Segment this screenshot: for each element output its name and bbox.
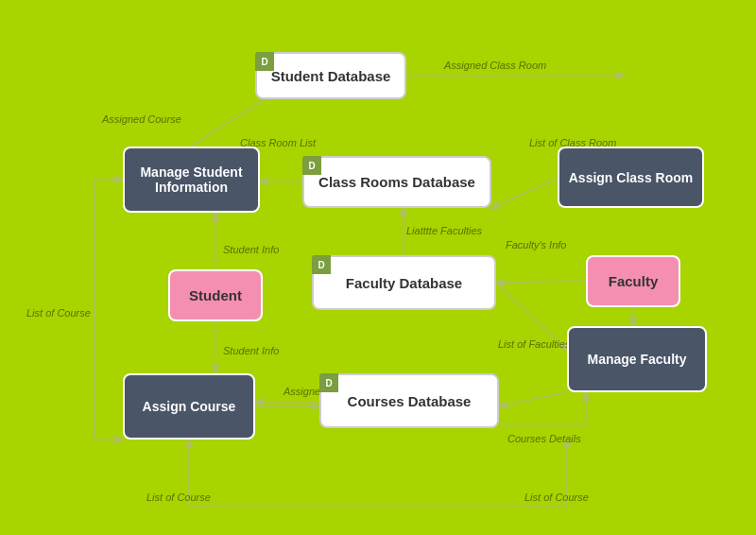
assign-course-node[interactable]: Assign Course bbox=[123, 373, 255, 440]
label-student-info-1: Student Info bbox=[223, 244, 279, 255]
label-faculty-info: Faculty's Info bbox=[506, 239, 566, 250]
label-list-of-course-bottom-right: List of Course bbox=[524, 492, 589, 503]
label-list-of-course-left: List of Course bbox=[26, 307, 91, 319]
label-list-of-faculties: List of Faculties bbox=[498, 338, 570, 350]
faculty-node[interactable]: Faculty bbox=[586, 255, 680, 307]
label-student-info-2: Student Info bbox=[223, 345, 279, 356]
courses-database-node: D Courses Database bbox=[319, 373, 499, 428]
label-list-of-course-bottom-left: List of Course bbox=[146, 492, 211, 503]
db-badge-4: D bbox=[319, 373, 338, 392]
classrooms-database-node: D Class Rooms Database bbox=[302, 156, 491, 208]
student-database-node: D Student Database bbox=[255, 52, 406, 99]
svg-line-7 bbox=[496, 281, 586, 283]
label-liatttte-faculties: Liatttte Faculties bbox=[406, 225, 482, 236]
db-badge-3: D bbox=[312, 255, 331, 274]
db-badge-2: D bbox=[302, 156, 321, 175]
label-assigned-class-room: Assigned Class Room bbox=[444, 60, 546, 71]
db-badge: D bbox=[255, 52, 274, 71]
faculty-database-node: D Faculty Database bbox=[312, 255, 496, 310]
label-assigned-course: Assigned Course bbox=[102, 113, 181, 125]
student-node[interactable]: Student bbox=[168, 269, 263, 321]
manage-faculty-node[interactable]: Manage Faculty bbox=[567, 326, 707, 392]
assign-class-room-node[interactable]: Assign Class Room bbox=[558, 147, 704, 208]
label-courses-details: Courses Details bbox=[507, 433, 581, 444]
manage-student-node[interactable]: Manage Student Information bbox=[123, 147, 260, 213]
svg-line-12 bbox=[499, 392, 567, 406]
